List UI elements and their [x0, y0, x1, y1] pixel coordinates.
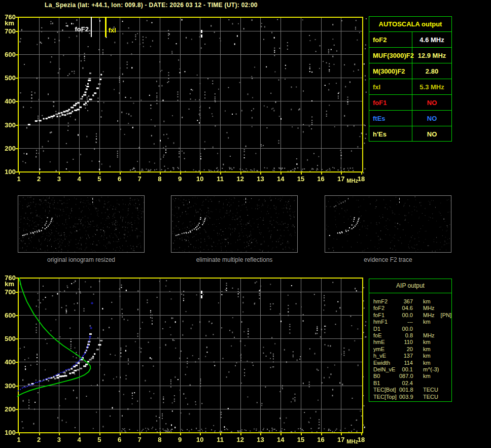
parameter-value: 2.80: [412, 63, 451, 79]
parameter-label: foF1: [373, 312, 399, 319]
parameter-value: 20: [399, 346, 413, 353]
parameter-unit: [413, 380, 451, 387]
autoscala-table: foF24.6 MHzMUF(3000)F212.9 MHzM(3000)F22…: [369, 32, 451, 142]
parameter-value: 0.8: [399, 332, 413, 339]
table-row: M(3000)F22.80: [369, 63, 451, 79]
table-row: MUF(3000)F212.9 MHz: [369, 48, 451, 63]
parameter-value: 367: [399, 298, 413, 305]
parameter-label: foE: [373, 332, 399, 339]
table-row: hmF2367km: [373, 298, 451, 305]
parameter-value: 110: [399, 339, 413, 346]
parameter-label: B1: [373, 380, 399, 387]
table-row: TEC[Bot]001.8TECU: [373, 387, 451, 393]
thumbnail-eliminate-reflections: [171, 195, 298, 253]
parameter-label: TEC[Top]: [373, 394, 399, 400]
table-row: foF204.6MHz: [373, 305, 451, 312]
parameter-label: hmE: [373, 339, 399, 346]
parameter-value: 12.9 MHz: [412, 48, 451, 63]
thumbnail-original-ionogram: [18, 195, 145, 253]
table-row: fxI5.3 MHz: [369, 79, 451, 95]
parameter-value: 00.1: [399, 366, 413, 373]
parameter-label: hmF1: [373, 319, 399, 325]
parameter-value: NO: [412, 126, 451, 142]
parameter-value: 001.8: [399, 387, 413, 393]
parameter-label: TEC[Bot]: [373, 387, 399, 393]
table-row: Ewidth114km: [373, 360, 451, 366]
thumbnail-caption: eliminate multiple reflections: [171, 256, 298, 263]
parameter-label: foF2: [373, 305, 399, 312]
parameter-label: ymE: [373, 346, 399, 353]
thumbnail-caption: evidence F2 trace: [325, 256, 451, 263]
parameter-value: 114: [399, 360, 413, 366]
parameter-unit: MHz: [413, 332, 451, 339]
parameter-value: 02.4: [399, 380, 413, 387]
parameter-label: B0: [373, 373, 399, 380]
aip-panel-title: AIP output: [369, 279, 451, 293]
parameter-unit: km: [413, 353, 451, 359]
table-row: foE0.8MHz: [373, 332, 451, 339]
parameter-value: 5.3 MHz: [412, 79, 451, 94]
parameter-value: NO: [412, 95, 451, 110]
parameter-value: 137: [399, 353, 413, 359]
table-row: foF1NO: [369, 95, 451, 111]
parameter-unit: [413, 326, 451, 332]
parameter-unit: km: [413, 339, 451, 346]
table-row: foF100.0MHz[PN]: [373, 312, 451, 319]
parameter-value: 4.6 MHz: [412, 32, 451, 47]
parameter-label: MUF(3000)F2: [369, 48, 412, 63]
table-row: ymE20km: [373, 346, 451, 353]
table-row: B102.4: [373, 380, 451, 387]
parameter-unit: m^(-3): [413, 366, 451, 373]
parameter-value: NO: [412, 111, 451, 126]
parameter-unit: MHz[PN]: [413, 312, 451, 319]
autoscala-panel-title: AUTOSCALA output: [369, 17, 451, 32]
parameter-value: 00.0: [399, 326, 413, 332]
table-row: h'EsNO: [369, 126, 451, 142]
thumbnail-evidence-f2-trace: [325, 195, 451, 253]
table-row: h_vE137km: [373, 353, 451, 359]
table-row: DelN_vE00.1m^(-3): [373, 366, 451, 373]
parameter-unit: km: [413, 319, 451, 325]
table-row: hmE110km: [373, 339, 451, 346]
parameter-label: h_vE: [373, 353, 399, 359]
thumbnail-caption: original ionogram resized: [18, 256, 145, 263]
table-row: B0087.0km: [373, 373, 451, 380]
table-row: foF24.6 MHz: [369, 32, 451, 48]
parameter-label: foF2: [369, 32, 412, 47]
parameter-unit: km: [413, 360, 451, 366]
parameter-value: 087.0: [399, 373, 413, 380]
profile-ionogram-plot: [0, 271, 368, 448]
table-row: hmF1---km: [373, 319, 451, 325]
parameter-note: [PN]: [435, 312, 451, 318]
parameter-unit: km: [413, 298, 451, 305]
parameter-label: hmF2: [373, 298, 399, 305]
parameter-value: 003.9: [399, 394, 413, 400]
parameter-label: fxI: [369, 79, 412, 94]
main-ionogram-plot: [0, 10, 368, 188]
parameter-label: Ewidth: [373, 360, 399, 366]
aip-table: hmF2367kmfoF204.6MHzfoF100.0MHz[PN]hmF1-…: [369, 293, 451, 400]
parameter-label: h'Es: [369, 126, 412, 142]
parameter-value: 00.0: [399, 312, 413, 319]
page-title: La_Spezia (lat: +44.1, lon: 009.8) - DAT…: [45, 2, 258, 9]
table-row: ftEsNO: [369, 111, 451, 126]
parameter-unit: km: [413, 346, 451, 353]
parameter-unit: km: [413, 373, 451, 380]
table-row: TEC[Top]003.9TECU: [373, 394, 451, 400]
parameter-label: ftEs: [369, 111, 412, 126]
aip-output-panel: AIP output hmF2367kmfoF204.6MHzfoF100.0M…: [369, 279, 452, 402]
autoscala-output-panel: AUTOSCALA output foF24.6 MHzMUF(3000)F21…: [369, 16, 452, 142]
parameter-label: M(3000)F2: [369, 63, 412, 79]
parameter-label: D1: [373, 326, 399, 332]
parameter-unit: TECU: [413, 387, 451, 393]
parameter-unit: TECU: [413, 394, 451, 400]
parameter-value: ---: [399, 319, 413, 325]
table-row: D100.0: [373, 326, 451, 332]
parameter-label: DelN_vE: [373, 366, 399, 373]
parameter-label: foF1: [369, 95, 412, 110]
parameter-value: 04.6: [399, 305, 413, 312]
parameter-unit: MHz: [413, 305, 451, 312]
